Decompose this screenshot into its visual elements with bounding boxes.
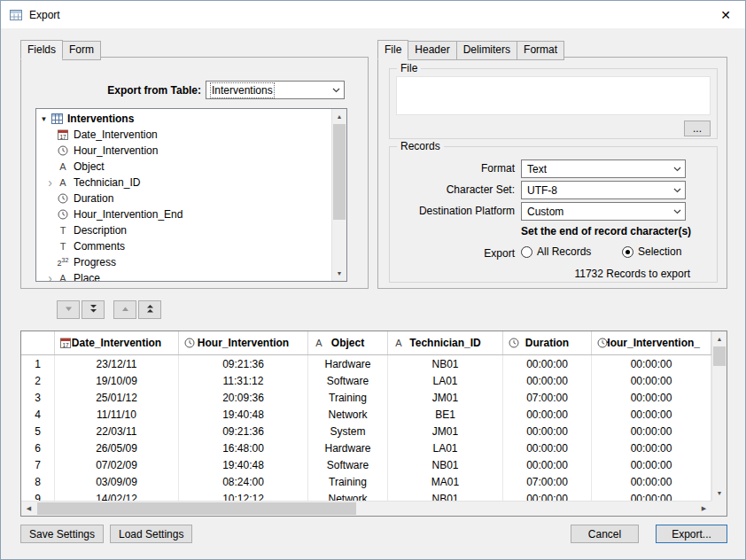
export-button[interactable]: Export... — [656, 525, 727, 543]
records-group-label: Records — [397, 140, 444, 152]
move-down-all-button[interactable] — [82, 300, 105, 319]
character-set-value: UTF-8 — [527, 184, 557, 197]
scroll-up-icon[interactable]: ▲ — [712, 331, 727, 346]
table-cell: 00:00:00 — [592, 355, 711, 372]
scroll-down-icon[interactable]: ▼ — [712, 486, 727, 501]
radio-unchecked-icon — [521, 246, 532, 258]
table-select-value: Interventions — [212, 84, 273, 97]
svg-text:17: 17 — [59, 134, 66, 140]
row-number: 7 — [21, 456, 55, 473]
character-set-select[interactable]: UTF-8 — [521, 181, 686, 199]
tab-header[interactable]: Header — [408, 41, 456, 60]
move-down-icon — [64, 304, 74, 316]
table-cell: 10:12:12 — [179, 490, 308, 501]
window-title: Export — [29, 9, 60, 21]
table-icon — [50, 113, 64, 124]
scroll-left-icon[interactable]: ◀ — [21, 502, 36, 516]
table-select[interactable]: Interventions — [206, 81, 345, 99]
scrollbar-thumb[interactable] — [37, 502, 356, 515]
tab-fields[interactable]: Fields — [20, 40, 63, 59]
table-cell: NB01 — [388, 456, 503, 473]
row-number: 2 — [21, 372, 55, 389]
column-header[interactable]: 17Date_Intervention — [55, 331, 179, 354]
table-row[interactable]: 803/09/0908:24:00TrainingMA0107:00:0000:… — [21, 473, 711, 490]
move-up-button[interactable] — [113, 300, 136, 319]
tree-item[interactable]: Duration — [36, 191, 331, 206]
tree-item-label: Hour_Intervention_End — [74, 208, 183, 221]
alpha-icon: A — [56, 161, 70, 172]
destination-platform-value: Custom — [527, 206, 563, 218]
row-number: 3 — [21, 389, 55, 406]
table-cell: 11/11/10 — [55, 406, 179, 423]
scroll-right-icon[interactable]: ▶ — [696, 502, 711, 516]
cancel-button[interactable]: Cancel — [571, 525, 639, 543]
table-cell: Hardware — [308, 355, 388, 372]
column-header[interactable]: ATechnician_ID — [388, 331, 503, 354]
move-up-all-button[interactable] — [138, 300, 161, 319]
table-row[interactable]: 626/05/0916:48:00HardwareLA0100:00:0000:… — [21, 439, 711, 456]
table-row[interactable]: 219/10/0911:31:12SoftwareLA0100:00:0000:… — [21, 372, 711, 389]
tab-delimiters[interactable]: Delimiters — [456, 41, 517, 60]
column-header[interactable]: Hour_Intervention — [179, 331, 308, 354]
table-cell: 08:24:00 — [179, 473, 308, 490]
tab-format[interactable]: Format — [517, 41, 564, 60]
tree-item[interactable]: ›ATechnician_ID — [36, 175, 331, 191]
tab-form[interactable]: Form — [62, 41, 101, 60]
radio-selection[interactable]: Selection — [622, 245, 681, 259]
tree-item[interactable]: AObject — [36, 159, 331, 175]
tree-item[interactable]: Hour_Intervention — [36, 143, 331, 159]
table-row[interactable]: 914/02/1210:12:12NetworkNB0100:00:0000:0… — [21, 490, 711, 501]
table-row[interactable]: 707/02/0919:40:48SoftwareNB0100:00:0000:… — [21, 456, 711, 473]
collapsed-chevron-icon[interactable]: › — [44, 273, 56, 281]
table-cell: LA01 — [388, 439, 503, 456]
close-icon[interactable]: ✕ — [706, 1, 745, 28]
scrollbar-thumb[interactable] — [713, 346, 726, 366]
column-header[interactable]: Hour_Intervention_ — [592, 331, 711, 354]
table-cell: NB01 — [388, 490, 503, 501]
left-tabstrip: FieldsForm — [20, 40, 100, 59]
tree-item[interactable]: 17Date_Intervention — [36, 127, 331, 143]
destination-platform-select[interactable]: Custom — [521, 202, 686, 221]
tree-item[interactable]: ›APlace — [36, 270, 331, 281]
load-settings-button[interactable]: Load Settings — [110, 525, 192, 543]
table-vertical-scrollbar[interactable]: ▲ ▼ — [711, 331, 727, 501]
table-cell: JM01 — [388, 423, 503, 439]
alpha-icon: A — [56, 177, 70, 188]
table-row[interactable]: 411/11/1019:40:48NetworkBE100:00:0000:00… — [21, 406, 711, 423]
table-horizontal-scrollbar[interactable]: ◀ ▶ — [21, 501, 711, 516]
scroll-down-icon[interactable]: ▼ — [332, 266, 346, 281]
format-select[interactable]: Text — [521, 159, 686, 178]
radio-all-records[interactable]: All Records — [521, 245, 591, 259]
expanded-triangle-icon[interactable]: ▼ — [38, 115, 50, 123]
file-group: File ... — [389, 68, 718, 139]
tree-scrollbar[interactable]: ▲ ▼ — [331, 109, 346, 281]
tree-item[interactable]: 232Progress — [36, 254, 331, 270]
tree-root-item[interactable]: ▼ Interventions — [36, 111, 331, 127]
table-row[interactable]: 325/01/1220:09:36TrainingJM0107:00:0000:… — [21, 389, 711, 406]
tree-item[interactable]: TDescription — [36, 222, 331, 238]
tab-file[interactable]: File — [377, 40, 408, 59]
column-header[interactable]: Duration — [503, 331, 592, 354]
move-up-icon — [120, 304, 130, 316]
move-down-button[interactable] — [57, 300, 80, 319]
column-header-label: Hour_Intervention — [198, 337, 289, 349]
clock-icon — [56, 145, 70, 156]
file-path-area[interactable] — [396, 76, 711, 115]
clock-icon — [56, 193, 70, 204]
radio-selection-label: Selection — [638, 245, 681, 258]
collapsed-chevron-icon[interactable]: › — [44, 177, 56, 188]
format-select-value: Text — [527, 163, 547, 175]
column-header[interactable]: AObject — [308, 331, 388, 354]
save-settings-button[interactable]: Save Settings — [20, 525, 104, 543]
scroll-up-icon[interactable]: ▲ — [332, 109, 346, 124]
tree-item[interactable]: TComments — [36, 238, 331, 254]
table-cell: 07/02/09 — [55, 456, 179, 473]
alpha-icon: A — [56, 273, 70, 281]
file-panel: File ... Records Format Text Character S… — [377, 57, 727, 289]
table-row[interactable]: 123/12/1109:21:36HardwareNB0100:00:0000:… — [21, 355, 711, 372]
scrollbar-thumb[interactable] — [333, 124, 346, 220]
tree-item[interactable]: Hour_Intervention_End — [36, 206, 331, 222]
table-row[interactable]: 522/03/1109:21:36SystemJM0100:00:0000:00… — [21, 423, 711, 439]
column-header-label: Duration — [525, 337, 569, 349]
browse-button[interactable]: ... — [684, 121, 711, 136]
